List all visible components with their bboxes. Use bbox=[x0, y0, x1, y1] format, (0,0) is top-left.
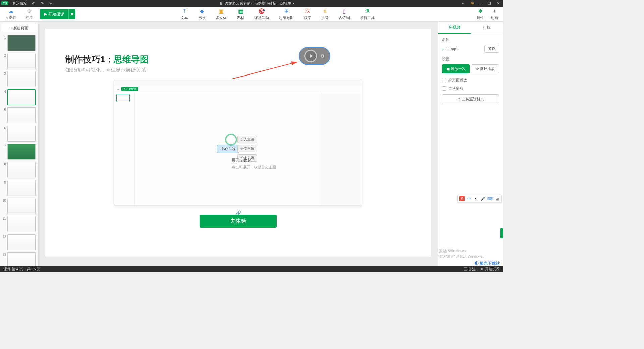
ime-lang: 中 bbox=[466, 196, 472, 201]
slide-subtitle: 知识结构可视化，直观显示层级关系 bbox=[65, 67, 146, 73]
play-icon: ▣ bbox=[446, 67, 450, 71]
table-icon: ▦ bbox=[237, 8, 244, 15]
hanzi-icon: 汉 bbox=[304, 8, 311, 15]
document-title: 语文老师必看的互动课堂小妙招 bbox=[225, 1, 276, 6]
start-teaching-status[interactable]: ▶ 开始授课 bbox=[480, 267, 500, 272]
audio-filename: ♪ 11.mp3 bbox=[442, 47, 458, 51]
cloud-icon: ☁ bbox=[8, 8, 14, 14]
properties-panel: 音视频 排版 名称 ♪ 11.mp3 替换 设置 ▣播放一次 ⟳循环播放 跨页面… bbox=[438, 22, 503, 266]
sync-icon: ⟳ bbox=[27, 8, 32, 14]
thumb-13[interactable] bbox=[7, 252, 36, 266]
share-icon[interactable]: ⪪ bbox=[461, 1, 466, 6]
auto-play-checkbox[interactable]: 自动播放 bbox=[442, 86, 499, 91]
animation-tab[interactable]: ✦动画 bbox=[491, 8, 498, 20]
ime-grid-icon: ▦ bbox=[494, 196, 500, 201]
tool-activity[interactable]: 🎯课堂活动 bbox=[254, 8, 269, 20]
audio-settings-icon[interactable]: ⚙ bbox=[320, 53, 325, 59]
mindmap-branch: 分支主题 bbox=[237, 136, 257, 143]
app-logo: EN bbox=[1, 1, 8, 5]
cloud-upload-icon: ⇪ bbox=[458, 97, 461, 101]
ime-mic-icon: 🎤 bbox=[480, 196, 486, 201]
upload-button[interactable]: ⇪上传至资料夹 bbox=[442, 94, 499, 104]
animation-icon: ✦ bbox=[491, 8, 498, 15]
thumb-10[interactable] bbox=[7, 198, 36, 214]
thumb-5[interactable] bbox=[7, 107, 36, 123]
thumb-7[interactable] bbox=[7, 144, 36, 160]
thumb-1[interactable] bbox=[7, 35, 36, 51]
app-name: 希沃白板 bbox=[12, 1, 27, 6]
slide[interactable]: 制作技巧1：思维导图 知识结构可视化，直观显示层级关系 ⚙ ☁ ▶ 开始授课 bbox=[45, 29, 431, 257]
thumb-3[interactable] bbox=[7, 71, 36, 87]
canvas-area[interactable]: 制作技巧1：思维导图 知识结构可视化，直观显示层级关系 ⚙ ☁ ▶ 开始授课 bbox=[39, 22, 438, 266]
tool-media[interactable]: ▣多媒体 bbox=[216, 8, 227, 20]
tool-pinyin[interactable]: ā拼音 bbox=[321, 8, 329, 20]
loop-play-button[interactable]: ⟳循环播放 bbox=[472, 64, 499, 73]
mail-icon[interactable]: ✉ bbox=[470, 1, 474, 6]
close-icon[interactable]: ✕ bbox=[496, 1, 500, 6]
cut-icon[interactable]: ✂ bbox=[49, 1, 53, 6]
tool-table[interactable]: ▦表格 bbox=[237, 8, 244, 20]
tool-mindmap[interactable]: ⊞思维导图 bbox=[279, 8, 294, 20]
thumb-2[interactable] bbox=[7, 53, 36, 69]
titlebar: EN 希沃白板 ↶ ↷ ✂ 🗎 语文老师必看的互动课堂小妙招 - 编辑中 ▾ ⪪… bbox=[0, 0, 503, 7]
settings-label: 设置 bbox=[442, 57, 499, 62]
maximize-icon[interactable]: ❐ bbox=[487, 1, 492, 6]
scrollbar-stub[interactable] bbox=[500, 228, 503, 238]
ime-logo-icon: S bbox=[459, 196, 465, 201]
music-icon: ♪ bbox=[442, 47, 444, 51]
file-icon: 🗎 bbox=[220, 1, 223, 5]
statusbar: 课件 第 4 页，共 15 页 ☰ 备注 ▶ 开始授课 bbox=[0, 266, 503, 272]
page-indicator: 课件 第 4 页，共 15 页 bbox=[3, 267, 41, 272]
ime-keyboard-icon: ⌨ bbox=[487, 196, 493, 201]
subject-icon: ⚗ bbox=[364, 8, 371, 15]
mindmap-icon: ⊞ bbox=[283, 8, 290, 15]
new-page-button[interactable]: + 新建页面 bbox=[2, 24, 36, 32]
thumb-8[interactable] bbox=[7, 162, 36, 178]
undo-icon[interactable]: ↶ bbox=[31, 1, 36, 6]
demo-screenshot: ☁ ▶ 开始授课 中心主题 分支主题 分支主题 分支主题 bbox=[114, 79, 362, 206]
thumb-4[interactable] bbox=[7, 89, 36, 105]
document-state: 编辑中 bbox=[280, 1, 291, 6]
sidebar-thumbnails: + 新建页面 1 2 3 4 5 6 7 8 9 10 11 12 13 bbox=[0, 22, 39, 266]
sync-button[interactable]: ⟳ 同步 bbox=[23, 7, 35, 21]
cross-page-checkbox[interactable]: 跨页面播放 bbox=[442, 78, 499, 83]
remark-button[interactable]: ☰ 备注 bbox=[464, 267, 476, 272]
media-icon: ▣ bbox=[218, 8, 225, 15]
tool-poem[interactable]: ▯古诗词 bbox=[339, 8, 350, 20]
play-once-button[interactable]: ▣播放一次 bbox=[442, 64, 470, 73]
redo-icon[interactable]: ↷ bbox=[40, 1, 45, 6]
ime-punct-icon: •, bbox=[473, 196, 479, 201]
pinyin-icon: ā bbox=[322, 8, 328, 15]
thumbnail-list[interactable]: 1 2 3 4 5 6 7 8 9 10 11 12 13 bbox=[0, 34, 38, 266]
minimize-icon[interactable]: — bbox=[478, 1, 483, 6]
tab-layout[interactable]: 排版 bbox=[471, 22, 503, 34]
toolbar: ☁ 云课件 ⟳ 同步 ▶ 开始授课 ▾ T文本 ◆形状 ▣多媒体 ▦表格 🎯课堂… bbox=[0, 7, 503, 22]
name-label: 名称 bbox=[442, 37, 499, 42]
properties-icon: ❖ bbox=[477, 8, 484, 15]
tool-text[interactable]: T文本 bbox=[181, 8, 188, 20]
text-icon: T bbox=[181, 8, 188, 15]
tool-hanzi[interactable]: 汉汉字 bbox=[304, 8, 311, 20]
thumb-6[interactable] bbox=[7, 126, 36, 142]
tool-shape[interactable]: ◆形状 bbox=[198, 8, 206, 20]
activity-icon: 🎯 bbox=[258, 8, 265, 15]
thumb-9[interactable] bbox=[7, 180, 36, 196]
svg-point-1 bbox=[226, 134, 236, 145]
properties-tab[interactable]: ❖属性 bbox=[477, 8, 484, 20]
ime-toolbar[interactable]: S 中 •, 🎤 ⌨ ▦ bbox=[457, 195, 502, 203]
play-icon: ▶ bbox=[44, 12, 47, 16]
experience-button[interactable]: 去体验 bbox=[200, 215, 277, 228]
replace-button[interactable]: 替换 bbox=[484, 45, 499, 53]
audio-play-button[interactable] bbox=[304, 50, 317, 62]
mindmap-branch: 分支主题 bbox=[237, 145, 257, 152]
tab-audio-video[interactable]: 音视频 bbox=[438, 22, 471, 34]
poem-icon: ▯ bbox=[341, 8, 348, 15]
shape-icon: ◆ bbox=[199, 8, 205, 15]
thumb-11[interactable] bbox=[7, 216, 36, 232]
loop-icon: ⟳ bbox=[476, 67, 479, 71]
cloud-courseware[interactable]: ☁ 云课件 bbox=[3, 7, 18, 21]
tool-subject[interactable]: ⚗学科工具 bbox=[360, 8, 375, 20]
start-dropdown[interactable]: ▾ bbox=[68, 9, 75, 19]
thumb-12[interactable] bbox=[7, 234, 36, 250]
start-teaching-button[interactable]: ▶ 开始授课 bbox=[40, 9, 68, 19]
